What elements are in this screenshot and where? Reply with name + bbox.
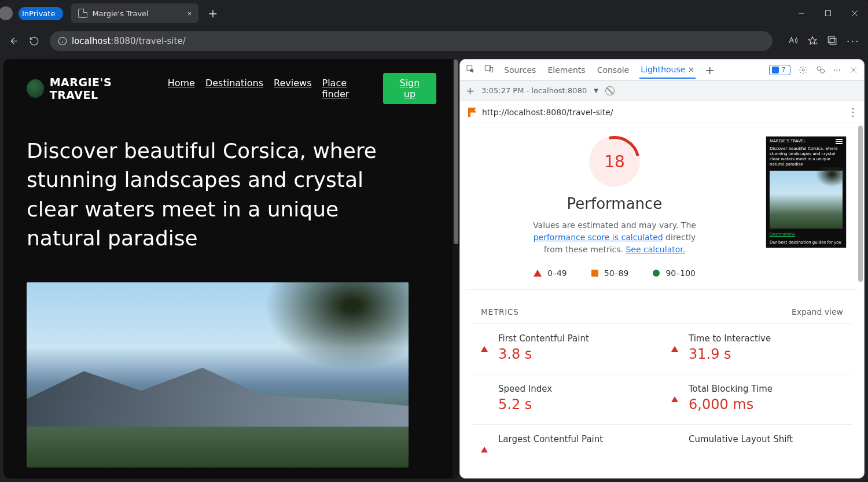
tab-elements[interactable]: Elements <box>546 62 586 78</box>
page-scrollbar[interactable] <box>453 59 459 479</box>
report-run-label[interactable]: 3:05:27 PM - localhost:8080 <box>481 86 587 95</box>
hero-heading: Discover beautiful Corsica, where stunni… <box>27 137 409 253</box>
more-menu-icon[interactable]: ··· <box>847 35 860 47</box>
signup-button[interactable]: Sign up <box>383 73 436 104</box>
hamburger-icon <box>836 139 843 144</box>
refresh-button[interactable] <box>29 36 39 46</box>
expand-view-button[interactable]: Expand view <box>792 307 843 317</box>
report-url: http://localhost:8080/travel-site/ <box>482 108 613 117</box>
lighthouse-report: 18 Performance Values are estimated and … <box>460 123 864 478</box>
legend-pass-icon <box>653 270 660 277</box>
svg-rect-9 <box>830 38 836 45</box>
page-viewport: MARGIE'S TRAVEL Home Destinations Review… <box>3 59 459 479</box>
site-nav: Home Destinations Reviews Place finder <box>168 78 362 100</box>
close-tab-icon[interactable]: × <box>187 9 192 18</box>
device-toolbar-icon[interactable] <box>484 64 494 75</box>
screenshot-thumbnail: MARGIE'S TRAVEL Discover beautiful Corsi… <box>766 136 847 248</box>
maximize-button[interactable] <box>815 0 841 27</box>
score-legend: 0–49 50–89 90–100 <box>477 268 752 278</box>
svg-rect-8 <box>828 36 834 43</box>
score-calc-link[interactable]: performance score is calculated <box>534 233 663 242</box>
metric-tti: Time to Interactive31.9 s <box>662 323 852 374</box>
browser-titlebar: InPrivate Margie's Travel × + <box>0 0 868 27</box>
svg-point-15 <box>821 69 825 73</box>
calculator-link[interactable]: See calculator. <box>626 245 685 254</box>
svg-point-14 <box>817 67 821 71</box>
close-lighthouse-tab[interactable]: × <box>687 65 694 74</box>
browser-tab[interactable]: Margie's Travel × <box>71 3 198 23</box>
site-info-icon[interactable] <box>58 36 67 46</box>
inspect-element-icon[interactable] <box>466 64 475 75</box>
activity-icon[interactable] <box>816 65 825 75</box>
performance-gauge: 18 <box>589 136 640 187</box>
clear-icon[interactable] <box>605 86 615 95</box>
close-window-button[interactable] <box>841 0 868 27</box>
back-button[interactable] <box>8 36 19 46</box>
new-tab-button[interactable]: + <box>208 6 218 20</box>
minimize-button[interactable] <box>788 0 815 27</box>
tab-console[interactable]: Console <box>596 62 631 78</box>
metrics-heading: METRICS <box>481 307 519 317</box>
svg-rect-12 <box>490 67 492 72</box>
svg-rect-1 <box>826 11 831 16</box>
tab-title: Margie's Travel <box>92 9 148 18</box>
read-aloud-icon[interactable] <box>788 35 798 46</box>
issues-icon <box>772 67 779 73</box>
browser-toolbar: localhost:8080/travel-site/ + ··· <box>0 27 868 56</box>
inprivate-label: InPrivate <box>22 9 55 18</box>
performance-description: Values are estimated and may vary. The p… <box>528 219 701 256</box>
close-devtools-icon[interactable] <box>849 65 858 75</box>
report-menu-icon[interactable]: ⋮ <box>848 106 858 118</box>
devtools-more-icon[interactable]: ··· <box>833 65 841 75</box>
metric-lcp: Largest Contentful Paint <box>472 424 662 458</box>
favorites-icon[interactable]: + <box>807 35 818 46</box>
legend-fail-icon <box>534 270 542 277</box>
brand-text: MARGIE'S TRAVEL <box>50 76 156 101</box>
new-report-button[interactable]: + <box>466 84 475 97</box>
devtools-panel: Sources Elements Console Lighthouse× + 7… <box>459 59 865 479</box>
file-icon <box>78 9 87 18</box>
metric-tbt: Total Blocking Time6,000 ms <box>662 374 852 424</box>
globe-icon <box>27 79 44 98</box>
issues-counter[interactable]: 7 <box>769 65 790 75</box>
fail-icon <box>671 385 678 402</box>
fail-icon <box>481 335 488 352</box>
tab-sources[interactable]: Sources <box>503 62 537 78</box>
inprivate-badge[interactable]: InPrivate <box>19 7 63 20</box>
collections-icon[interactable] <box>827 35 837 46</box>
nav-destinations[interactable]: Destinations <box>205 78 263 100</box>
report-scrollbar[interactable] <box>858 126 863 282</box>
profile-avatar[interactable] <box>0 6 13 20</box>
nav-reviews[interactable]: Reviews <box>274 78 311 100</box>
metric-speed-index: Speed Index5.2 s <box>472 374 662 424</box>
more-tabs-button[interactable]: + <box>705 63 715 77</box>
metric-cls: Cumulative Layout Shift <box>662 424 852 458</box>
nav-place-finder[interactable]: Place finder <box>322 78 362 100</box>
fail-icon <box>481 436 488 452</box>
svg-point-13 <box>802 69 804 71</box>
performance-label: Performance <box>477 195 752 212</box>
settings-icon[interactable] <box>799 65 808 75</box>
address-bar[interactable]: localhost:8080/travel-site/ <box>50 31 773 51</box>
hero-image <box>27 282 409 468</box>
fail-icon <box>671 335 678 352</box>
legend-average-icon <box>591 270 598 277</box>
url-text: localhost:8080/travel-site/ <box>72 36 186 46</box>
nav-home[interactable]: Home <box>168 78 195 100</box>
svg-text:+: + <box>815 40 818 45</box>
metric-fcp: First Contentful Paint3.8 s <box>472 323 662 374</box>
tab-lighthouse[interactable]: Lighthouse× <box>639 61 696 79</box>
brand-logo[interactable]: MARGIE'S TRAVEL <box>27 76 156 101</box>
lighthouse-icon <box>466 106 476 118</box>
